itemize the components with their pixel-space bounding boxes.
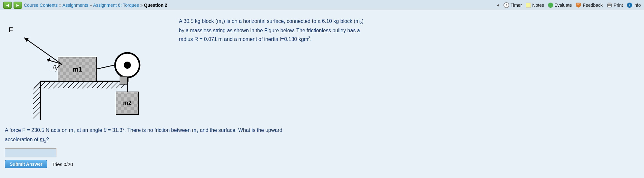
timer-tool[interactable]: Timer [503,2,522,8]
feedback-tool[interactable]: Feedback [576,3,602,8]
physics-figure: m1 m2 [5,14,172,120]
svg-marker-57 [120,76,127,84]
timer-icon [503,2,509,8]
figure-area: m1 m2 [5,14,172,121]
tries-text: Tries 0/20 [52,162,73,167]
svg-marker-1 [577,6,580,8]
feedback-label: Feedback [583,3,602,8]
forward-button[interactable]: ► [14,2,22,9]
evaluate-label: Evaluate [554,3,572,8]
notes-tool[interactable]: Notes [526,3,544,8]
svg-text:m1: m1 [73,66,82,73]
info-icon: i [627,3,632,8]
notes-icon [526,3,531,8]
print-tool[interactable]: Print [607,3,623,8]
svg-point-43 [124,62,131,68]
content-layout: m1 m2 [5,14,639,121]
breadcrumb-sep2: » [90,3,93,8]
print-icon [607,3,612,8]
print-label: Print [614,3,623,8]
svg-rect-5 [608,3,611,5]
svg-point-7 [610,5,611,5]
evaluate-icon [548,3,553,8]
main-content: m1 m2 [0,10,644,178]
timer-label: Timer [511,3,522,8]
back-button[interactable]: ◄ [3,2,12,9]
answer-input[interactable] [5,148,56,157]
submit-row: Submit Answer Tries 0/20 [5,160,639,168]
nav-right-tools: ◄ Timer Notes Evaluate Feedback [496,2,641,8]
notes-label: Notes [532,3,544,8]
breadcrumb-assignments[interactable]: Assignments [63,3,88,8]
top-nav-bar: ◄ ► Course Contents » Assignments » Assi… [0,0,644,10]
svg-rect-6 [608,6,611,7]
breadcrumb-sep3: » [140,3,144,8]
question-text: A force F = 230.5 N acts on m1 at an ang… [5,126,639,144]
svg-text:F: F [9,26,13,34]
prev-question-arrow[interactable]: ◄ [496,3,500,7]
svg-text:m2: m2 [123,100,132,106]
submit-answer-button[interactable]: Submit Answer [5,160,47,168]
breadcrumb-current: Question 2 [144,3,167,8]
evaluate-tool[interactable]: Evaluate [548,3,572,8]
svg-text:θ: θ [53,64,56,70]
breadcrumb-sep1: » [59,3,63,8]
info-label: Info [633,3,641,8]
feedback-icon [576,3,581,8]
info-tool[interactable]: i Info [627,3,641,8]
question-section: A force F = 230.5 N acts on m1 at an ang… [5,126,639,168]
problem-description: A 30.5 kg block (m1) is on a horizontal … [179,14,639,44]
breadcrumb-assignment[interactable]: Assignment 6: Torques [93,3,139,8]
breadcrumb-course[interactable]: Course Contents [24,3,58,8]
breadcrumb: Course Contents » Assignments » Assignme… [24,3,494,8]
